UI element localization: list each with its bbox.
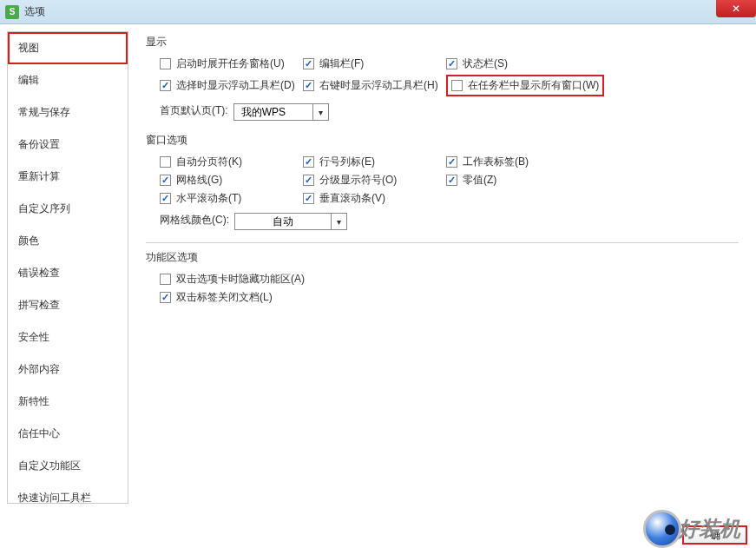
checkbox-float-right[interactable] xyxy=(303,80,314,91)
sidebar-label: 安全性 xyxy=(18,331,49,343)
ok-button[interactable]: 确 xyxy=(682,525,747,545)
label-vscroll: 垂直滚动条(V) xyxy=(319,191,385,206)
sidebar-item-color[interactable]: 颜色 xyxy=(8,225,128,257)
sidebar-label: 新特性 xyxy=(18,395,49,407)
label-dblclick-close: 双击标签关闭文档(L) xyxy=(176,290,273,305)
window-title: 选项 xyxy=(24,4,45,19)
label-grid-color: 网格线颜色(C): xyxy=(160,213,229,230)
sidebar-label: 颜色 xyxy=(18,234,39,247)
label-zero-values: 零值(Z) xyxy=(463,173,496,188)
checkbox-vscroll[interactable] xyxy=(303,193,314,204)
checkbox-outline-symbols[interactable] xyxy=(303,175,314,186)
sidebar-label: 自定义序列 xyxy=(18,202,70,215)
sidebar-label: 编辑 xyxy=(18,74,39,86)
sidebar-item-edit[interactable]: 编辑 xyxy=(8,64,128,96)
dropdown-default-tab-value: 我的WPS xyxy=(234,105,312,120)
sidebar-item-general-save[interactable]: 常规与保存 xyxy=(8,96,128,129)
close-icon: ✕ xyxy=(732,3,740,15)
label-float-select: 选择时显示浮动工具栏(D) xyxy=(176,78,295,93)
divider xyxy=(146,242,739,243)
sidebar-item-spellcheck[interactable]: 拼写检查 xyxy=(8,289,128,321)
chevron-down-icon xyxy=(312,104,328,120)
label-outline-symbols: 分级显示符号(O) xyxy=(319,173,397,188)
checkbox-dblclick-close[interactable] xyxy=(160,292,171,303)
checkbox-gridlines[interactable] xyxy=(160,175,171,186)
label-edit-bar: 编辑栏(F) xyxy=(319,56,364,71)
checkbox-sheet-tabs[interactable] xyxy=(446,156,457,168)
checkbox-hscroll[interactable] xyxy=(160,193,171,204)
checkbox-edit-bar[interactable] xyxy=(303,58,314,69)
section-title-display: 显示 xyxy=(146,35,739,50)
sidebar-label: 重新计算 xyxy=(18,170,60,182)
section-title-ribbon: 功能区选项 xyxy=(146,250,739,265)
sidebar: 视图 编辑 常规与保存 备份设置 重新计算 自定义序列 颜色 错误检查 拼写检查… xyxy=(7,31,128,504)
chevron-down-icon xyxy=(331,214,346,229)
checkbox-dblclick-hide[interactable] xyxy=(160,274,171,285)
footer: 确 xyxy=(682,525,747,545)
close-button[interactable]: ✕ xyxy=(716,0,756,17)
sidebar-item-recalc[interactable]: 重新计算 xyxy=(8,161,128,193)
label-sheet-tabs: 工作表标签(B) xyxy=(463,155,529,169)
sidebar-item-error-check[interactable]: 错误检查 xyxy=(8,257,128,289)
sidebar-label: 视图 xyxy=(18,42,39,54)
watermark-icon xyxy=(643,510,681,548)
sidebar-item-view[interactable]: 视图 xyxy=(8,32,128,64)
label-float-right: 右键时显示浮动工具栏(H) xyxy=(319,78,438,93)
label-startup-pane: 启动时展开任务窗格(U) xyxy=(176,56,285,71)
sidebar-label: 常规与保存 xyxy=(18,106,70,118)
sidebar-item-custom-series[interactable]: 自定义序列 xyxy=(8,193,128,225)
sidebar-label: 外部内容 xyxy=(18,363,60,375)
checkbox-zero-values[interactable] xyxy=(446,175,457,186)
checkbox-startup-pane[interactable] xyxy=(160,58,171,69)
content-panel: 显示 启动时展开任务窗格(U) 编辑栏(F) 状态栏(S) 选择时显示浮动工具栏… xyxy=(128,24,756,511)
label-status-bar: 状态栏(S) xyxy=(463,56,508,71)
dropdown-grid-color[interactable]: 自动 xyxy=(234,213,347,230)
dropdown-default-tab[interactable]: 我的WPS xyxy=(233,103,329,121)
sidebar-label: 自定义功能区 xyxy=(18,459,81,472)
label-default-tab: 首页默认页(T): xyxy=(160,103,228,121)
sidebar-label: 拼写检查 xyxy=(18,299,60,311)
sidebar-item-external[interactable]: 外部内容 xyxy=(8,353,128,386)
sidebar-label: 备份设置 xyxy=(18,138,60,150)
sidebar-label: 快速访问工具栏 xyxy=(18,492,91,504)
label-auto-pagebreak: 自动分页符(K) xyxy=(176,155,242,169)
sidebar-item-backup[interactable]: 备份设置 xyxy=(8,129,128,161)
label-dblclick-hide: 双击选项卡时隐藏功能区(A) xyxy=(176,272,305,287)
titlebar: S 选项 ✕ xyxy=(0,0,756,24)
label-gridlines: 网格线(G) xyxy=(176,173,222,188)
checkbox-float-select[interactable] xyxy=(160,80,171,91)
sidebar-item-custom-ribbon[interactable]: 自定义功能区 xyxy=(8,450,128,482)
label-rowcol-header: 行号列标(E) xyxy=(319,155,375,169)
sidebar-label: 错误检查 xyxy=(18,267,60,279)
checkbox-rowcol-header[interactable] xyxy=(303,156,314,168)
dropdown-grid-color-value: 自动 xyxy=(235,215,331,229)
checkbox-taskbar-all[interactable] xyxy=(451,80,463,91)
app-icon: S xyxy=(5,5,19,19)
sidebar-item-new-features[interactable]: 新特性 xyxy=(8,386,128,418)
sidebar-item-security[interactable]: 安全性 xyxy=(8,321,128,353)
label-hscroll: 水平滚动条(T) xyxy=(176,191,241,206)
section-title-window: 窗口选项 xyxy=(146,133,739,148)
label-taskbar-all: 在任务栏中显示所有窗口(W) xyxy=(468,78,599,93)
sidebar-item-trust-center[interactable]: 信任中心 xyxy=(8,418,128,450)
highlight-taskbar-all: 在任务栏中显示所有窗口(W) xyxy=(446,75,604,96)
sidebar-item-qat[interactable]: 快速访问工具栏 xyxy=(8,482,128,514)
ok-button-label: 确 xyxy=(710,528,720,543)
checkbox-status-bar[interactable] xyxy=(446,58,457,69)
checkbox-auto-pagebreak[interactable] xyxy=(160,156,171,168)
sidebar-label: 信任中心 xyxy=(18,427,60,439)
